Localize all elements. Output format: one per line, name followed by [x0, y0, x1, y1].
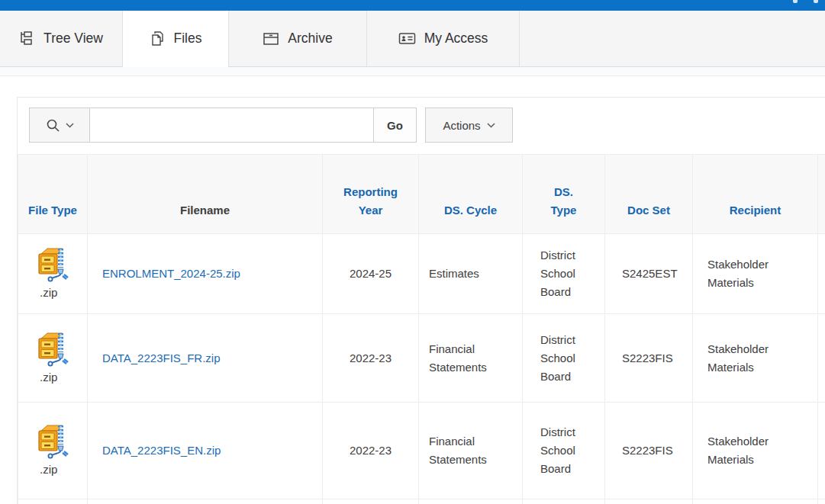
go-button[interactable]: Go: [373, 108, 417, 143]
column-header-overflow: [818, 155, 825, 234]
top-app-bar: [0, 0, 825, 11]
filename-cell: ENROLMENT_2024-25.zip: [88, 234, 323, 314]
ds-type-cell: District School Board: [523, 403, 605, 499]
files-icon: [150, 30, 166, 47]
breadcrumb-band: [0, 67, 825, 76]
file-type-cell: .zip: [18, 403, 88, 499]
tree-view-icon: [19, 30, 35, 47]
column-header-reporting-year[interactable]: Reporting Year: [323, 155, 419, 234]
search-options-button[interactable]: [29, 108, 90, 143]
tab-tree-view[interactable]: Tree View: [0, 11, 123, 66]
overflow-cell: [818, 314, 825, 403]
table-row-partial: [18, 499, 825, 504]
filename-link[interactable]: DATA_2223FIS_EN.zip: [102, 444, 221, 457]
column-header-ds-type[interactable]: DS. Type: [523, 155, 605, 234]
doc-set-cell: S2223FIS: [605, 314, 693, 403]
ds-cycle-cell: Financial Statements: [419, 403, 523, 499]
recipient-cell: Stakeholder Materials: [693, 403, 818, 499]
recipient-cell: Stakeholder Materials: [693, 314, 818, 403]
doc-set-cell: S2425EST: [605, 234, 693, 314]
winzip-icon: [35, 246, 70, 282]
ds-cycle-cell: Estimates: [419, 234, 523, 314]
table-row: .zip DATA_2223FIS_FR.zip 2022-23 Financi…: [18, 314, 825, 403]
winzip-icon: [35, 422, 70, 459]
overflow-cell: [818, 403, 825, 499]
id-card-icon: [398, 30, 416, 47]
tab-label: My Access: [424, 30, 488, 47]
table-row: .zip DATA_2223FIS_EN.zip 2022-23 Financi…: [18, 403, 825, 499]
topbar-partial-icon[interactable]: [814, 0, 818, 3]
doc-set-cell: S2223FIS: [605, 403, 693, 499]
column-header-file-type[interactable]: File Type: [18, 155, 88, 234]
tab-my-access[interactable]: My Access: [367, 11, 520, 66]
archive-box-icon: [263, 30, 279, 47]
tab-bar: Tree View Files Archive: [0, 11, 825, 67]
search-icon: [46, 118, 60, 133]
file-type-cell: .zip: [18, 314, 88, 403]
actions-label: Actions: [443, 119, 480, 132]
tab-archive[interactable]: Archive: [229, 11, 367, 66]
reporting-year-cell: 2024-25: [323, 234, 419, 314]
table-row: .zip ENROLMENT_2024-25.zip 2024-25 Estim…: [18, 234, 825, 314]
tab-label: Tree View: [44, 30, 103, 47]
ds-type-cell: District School Board: [523, 314, 605, 403]
recipient-cell: Stakeholder Materials: [693, 234, 818, 314]
column-header-filename[interactable]: Filename: [88, 155, 323, 234]
file-type-label: .zip: [35, 368, 70, 387]
tab-bar-filler: [520, 11, 825, 66]
actions-menu-button[interactable]: Actions: [425, 108, 513, 143]
report-toolbar: Go Actions: [29, 108, 825, 143]
filename-link[interactable]: DATA_2223FIS_FR.zip: [102, 352, 221, 364]
filename-cell: DATA_2223FIS_FR.zip: [88, 314, 323, 403]
file-type-cell: .zip: [18, 234, 88, 314]
ds-type-cell: District School Board: [523, 234, 605, 314]
files-report-table: File Type Filename Reporting Year DS. Cy…: [18, 154, 825, 504]
page-gap: [0, 76, 825, 97]
chevron-down-icon: [487, 123, 495, 128]
column-header-ds-cycle[interactable]: DS. Cycle: [419, 155, 523, 234]
filename-cell: DATA_2223FIS_EN.zip: [88, 403, 323, 499]
tab-label: Files: [174, 30, 202, 47]
file-type-label: .zip: [35, 461, 70, 479]
report-region: Go Actions File Type Filename Reporting …: [17, 97, 825, 504]
reporting-year-cell: 2022-23: [323, 314, 419, 403]
winzip-icon: [35, 330, 70, 367]
tab-files[interactable]: Files: [123, 11, 229, 66]
topbar-partial-icon[interactable]: [793, 0, 798, 3]
column-header-doc-set[interactable]: Doc Set: [605, 155, 693, 234]
table-header-row: File Type Filename Reporting Year DS. Cy…: [18, 155, 825, 234]
file-type-label: .zip: [35, 284, 70, 302]
overflow-cell: [818, 234, 825, 314]
tab-label: Archive: [288, 30, 332, 47]
filename-link[interactable]: ENROLMENT_2024-25.zip: [102, 267, 240, 280]
search-input[interactable]: [89, 108, 374, 143]
ds-cycle-cell: Financial Statements: [419, 314, 523, 403]
column-header-recipient[interactable]: Recipient: [693, 155, 818, 234]
chevron-down-icon: [66, 123, 74, 128]
reporting-year-cell: 2022-23: [323, 403, 419, 499]
